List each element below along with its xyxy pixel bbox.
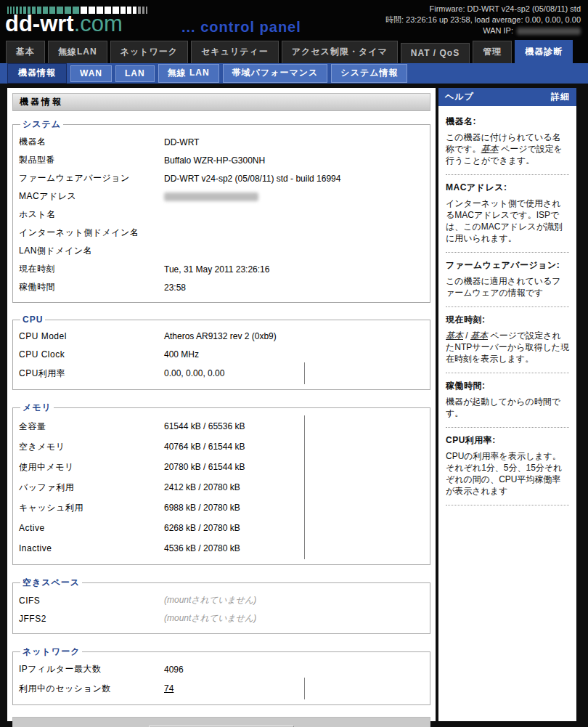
main-nav: 基本 無線LAN ネットワーク セキュリティー アクセス制限・タイマ NAT /…: [0, 40, 588, 63]
row-label: インターネット側ドメイン名: [19, 227, 164, 239]
row-value: 4536 kB / 20780 kB: [164, 543, 304, 553]
row-label: 稼働時間: [19, 281, 164, 293]
help-item-current-time: 現在時刻: 基本 / 基本 ページで設定されたNTPサーバーから取得した現在時刻…: [446, 314, 569, 365]
brand-name: dd-wrt: [5, 11, 74, 36]
row-cpu-clock: CPU Clock 400 MHz: [19, 345, 424, 363]
help-item-text: インターネット側で使用されるMACアドレスです。ISPでは、このMACアドレスが…: [446, 198, 569, 244]
section-space: 空きスペース CIFS (mountされていません) JFFS2 (mountさ…: [12, 577, 430, 634]
row-label: CPU Model: [19, 331, 164, 341]
tab-security[interactable]: セキュリティー: [191, 41, 279, 63]
wan-ip-line: WAN IP:: [385, 25, 581, 36]
row-used-memory: 使用中メモリ 20780 kB / 61544 kB 34%: [19, 457, 424, 477]
row-value: 6268 kB / 20780 kB: [164, 523, 304, 533]
section-space-legend: 空きスペース: [20, 577, 82, 589]
row-mac-address: MACアドレス: [19, 187, 424, 206]
row-cifs: CIFS (mountされていません): [19, 591, 424, 609]
progress-bar: 22%: [304, 538, 422, 559]
help-body: 機器名: この機器に付けられている名称です。基本 ページで設定を行うことができま…: [438, 106, 576, 519]
row-label: IPフィルター最大数: [19, 663, 164, 675]
help-item-text: 機器が起動してからの時間です。: [446, 396, 569, 419]
active-sessions-link[interactable]: 74: [164, 683, 173, 694]
help-more-link[interactable]: 詳細: [551, 91, 570, 103]
tab-administration[interactable]: 管理: [473, 41, 512, 63]
section-system-legend: システム: [20, 118, 63, 131]
wan-ip-label: WAN IP:: [483, 26, 513, 35]
row-cpu-model: CPU Model Atheros AR9132 rev 2 (0xb9): [19, 327, 424, 345]
progress-bar: 66%: [304, 436, 422, 457]
row-value: 6988 kB / 20780 kB: [164, 503, 304, 513]
help-item-mac: MACアドレス: インターネット側で使用されるMACアドレスです。ISPでは、こ…: [446, 182, 569, 244]
row-value: 2412 kB / 20780 kB: [164, 482, 304, 492]
row-value: 23:58: [164, 283, 424, 293]
row-label: CPU利用率: [19, 367, 164, 380]
help-divider: [446, 306, 569, 307]
row-label: Active: [19, 523, 164, 533]
row-label: 全容量: [19, 421, 164, 433]
subtab-wan[interactable]: WAN: [70, 65, 112, 82]
subtab-bandwidth[interactable]: 帯域パフォーマンス: [223, 64, 328, 83]
row-uptime: 稼働時間 23:58: [19, 278, 424, 296]
help-setup-link[interactable]: 基本: [446, 330, 463, 341]
help-item-title: MACアドレス:: [446, 182, 569, 194]
firmware-line: Firmware: DD-WRT v24-sp2 (05/08/11) std: [385, 4, 581, 15]
subtab-sysinfo[interactable]: システム情報: [331, 64, 407, 83]
progress-bar: 0%: [304, 363, 422, 383]
control-panel-tagline: ... control panel: [181, 19, 301, 36]
row-cached-memory: キャッシュ利用 6988 kB / 20780 kB 34%: [19, 497, 424, 518]
help-divider: [446, 252, 569, 253]
tab-services[interactable]: ネットワーク: [110, 41, 188, 63]
help-item-cpu-load: CPU利用率: CPUの利用率を表示します。それぞれ1分、5分、15分それぞれの…: [446, 434, 569, 497]
row-label: CIFS: [19, 596, 164, 606]
tab-access-restrictions[interactable]: アクセス制限・タイマ: [282, 41, 398, 63]
row-jffs2: JFFS2 (mountされていません): [19, 609, 424, 628]
tab-setup[interactable]: 基本: [6, 41, 45, 63]
section-network: ネットワーク IPフィルター最大数 4096 利用中のセッション数 74 2%: [12, 646, 430, 705]
app-header: dd-wrt.com ... control panel Firmware: D…: [0, 0, 588, 40]
help-divider: [446, 174, 569, 175]
help-item-firmware: ファームウェアバージョン: この機器に適用されているファームウェアの情報です: [446, 259, 569, 298]
help-item-uptime: 稼働時間: 機器が起動してからの時間です。: [446, 380, 569, 419]
row-label: キャッシュ利用: [19, 502, 164, 514]
section-memory-legend: メモリ: [20, 402, 54, 414]
row-label: ファームウェアバージョン: [19, 172, 164, 184]
row-label: 利用中のセッション数: [19, 683, 164, 695]
subtab-wireless-lan[interactable]: 無線 LAN: [158, 64, 219, 83]
tab-nat-qos[interactable]: NAT / QoS: [401, 43, 470, 63]
row-hostname: ホスト名: [19, 206, 424, 224]
help-item-title: 現在時刻:: [446, 314, 569, 326]
content-area: 機器情報 システム 機器名 DD-WRT 製品型番 Buffalo WZR-HP…: [0, 84, 588, 721]
page-title: 機器情報: [12, 93, 430, 111]
row-total-memory: 全容量 61544 kB / 65536 kB 94%: [19, 416, 424, 436]
row-value: 400 MHz: [164, 349, 424, 360]
row-value: 61544 kB / 65536 kB: [164, 421, 304, 431]
help-setup-link[interactable]: 基本: [481, 144, 499, 154]
help-item-router-name: 機器名: この機器に付けられている名称です。基本 ページで設定を行うことができま…: [446, 115, 569, 166]
subtab-lan[interactable]: LAN: [115, 65, 155, 82]
tab-wireless[interactable]: 無線LAN: [48, 41, 107, 63]
help-title: ヘルプ: [445, 91, 474, 103]
footer-bar: 表示内容は自動更新されます: [12, 717, 430, 727]
section-system: システム 機器名 DD-WRT 製品型番 Buffalo WZR-HP-G300…: [12, 118, 430, 303]
row-label: 空きメモリ: [19, 441, 164, 453]
row-firmware-version: ファームウェアバージョン DD-WRT v24-sp2 (05/08/11) s…: [19, 169, 424, 187]
progress-bar: 34%: [304, 457, 422, 477]
system-info-block: Firmware: DD-WRT v24-sp2 (05/08/11) std …: [385, 4, 581, 36]
tab-status[interactable]: 機器診断: [515, 38, 573, 63]
section-memory: メモリ 全容量 61544 kB / 65536 kB 94% 空きメモリ 40…: [12, 402, 430, 565]
help-item-title: CPU利用率:: [446, 434, 569, 447]
section-network-legend: ネットワーク: [20, 646, 82, 658]
row-value: 20780 kB / 61544 kB: [164, 462, 304, 472]
subtab-router-info[interactable]: 機器情報: [7, 63, 67, 84]
progress-bar: 34%: [304, 497, 422, 518]
row-active-memory: Active 6268 kB / 20780 kB 30%: [19, 518, 424, 538]
time-line: 時間: 23:26:16 up 23:58, load average: 0.0…: [385, 15, 581, 25]
row-label: 現在時刻: [19, 263, 164, 275]
row-inactive-memory: Inactive 4536 kB / 20780 kB 22%: [19, 538, 424, 559]
help-setup-link[interactable]: 基本: [470, 330, 488, 341]
row-label: ホスト名: [19, 208, 164, 221]
row-value: 4096: [164, 665, 424, 675]
row-label: 機器名: [19, 136, 164, 148]
row-label: Inactive: [19, 543, 164, 553]
row-current-time: 現在時刻 Tue, 31 May 2011 23:26:16: [19, 260, 424, 278]
section-cpu: CPU CPU Model Atheros AR9132 rev 2 (0xb9…: [12, 314, 430, 390]
